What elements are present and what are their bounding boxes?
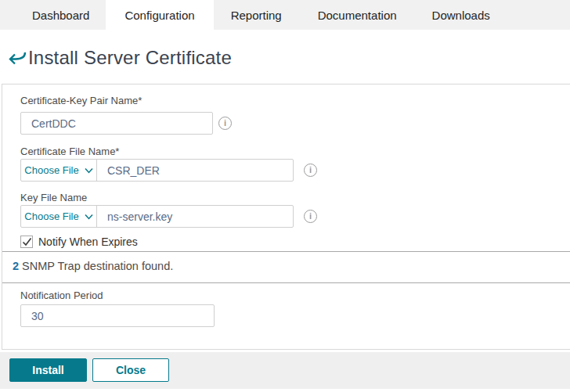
- snmp-trap-count: 2: [13, 260, 19, 272]
- snmp-trap-text: SNMP Trap destination found.: [22, 260, 173, 272]
- key-file-control: Choose File: [20, 205, 294, 228]
- top-tab-bar: Dashboard Configuration Reporting Docume…: [0, 0, 570, 30]
- action-bar: Install Close: [0, 352, 570, 389]
- cert-key-pair-input[interactable]: [20, 112, 213, 135]
- notification-period-label: Notification Period: [20, 290, 103, 301]
- notify-when-expires-label: Notify When Expires: [38, 236, 138, 248]
- checkbox-checked[interactable]: [20, 236, 33, 248]
- key-file-input[interactable]: [97, 206, 293, 227]
- tab-dashboard[interactable]: Dashboard: [16, 0, 106, 30]
- separator: [2, 251, 570, 252]
- info-icon[interactable]: i: [304, 210, 317, 223]
- install-button[interactable]: Install: [9, 358, 87, 382]
- page-title: Install Server Certificate: [28, 47, 232, 69]
- check-icon: [22, 237, 32, 246]
- key-file-choose-button[interactable]: Choose File: [21, 206, 97, 227]
- key-file-label: Key File Name: [20, 192, 87, 203]
- tab-reporting[interactable]: Reporting: [214, 0, 299, 30]
- info-icon[interactable]: i: [304, 164, 317, 177]
- tab-configuration[interactable]: Configuration: [106, 0, 213, 30]
- install-certificate-form: Certificate-Key Pair Name* i Certificate…: [2, 84, 570, 350]
- choose-file-label: Choose File: [24, 210, 78, 222]
- choose-file-label: Choose File: [24, 164, 78, 176]
- cert-key-pair-label: Certificate-Key Pair Name*: [20, 95, 142, 106]
- chevron-down-icon: [85, 167, 93, 174]
- chevron-down-icon: [85, 214, 93, 220]
- cert-file-choose-button[interactable]: Choose File: [21, 160, 97, 181]
- notification-period-input[interactable]: [20, 304, 215, 327]
- close-button[interactable]: Close: [92, 358, 169, 382]
- cert-file-input[interactable]: [97, 160, 293, 181]
- separator: [2, 282, 570, 283]
- cert-file-label: Certificate File Name*: [20, 146, 119, 157]
- info-icon[interactable]: i: [218, 117, 232, 130]
- notify-when-expires-checkbox[interactable]: Notify When Expires: [20, 236, 138, 248]
- tab-downloads[interactable]: Downloads: [416, 0, 507, 30]
- tab-documentation[interactable]: Documentation: [299, 0, 416, 30]
- cert-file-control: Choose File: [20, 159, 294, 182]
- snmp-trap-notice: 2SNMP Trap destination found.: [13, 260, 173, 272]
- back-arrow-icon[interactable]: [6, 49, 27, 70]
